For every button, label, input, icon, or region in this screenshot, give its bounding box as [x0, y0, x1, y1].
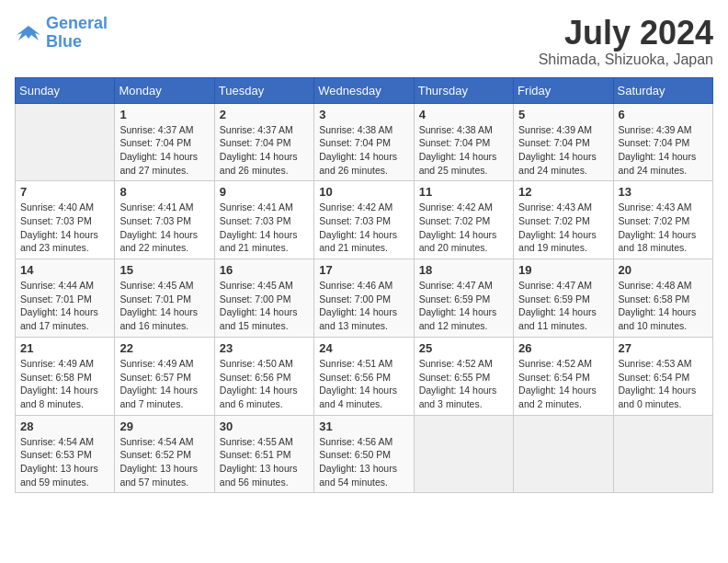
calendar-cell: 25Sunrise: 4:52 AMSunset: 6:55 PMDayligh…: [414, 337, 513, 415]
calendar-cell: 6Sunrise: 4:39 AMSunset: 7:04 PMDaylight…: [613, 103, 712, 181]
calendar-cell: 13Sunrise: 4:43 AMSunset: 7:02 PMDayligh…: [613, 181, 712, 259]
calendar-cell: 2Sunrise: 4:37 AMSunset: 7:04 PMDaylight…: [214, 103, 313, 181]
day-number: 29: [119, 419, 209, 433]
day-number: 12: [518, 185, 608, 199]
logo: General Blue: [15, 15, 108, 52]
calendar-cell: 19Sunrise: 4:47 AMSunset: 6:59 PMDayligh…: [514, 259, 613, 338]
logo-line2: Blue: [46, 32, 82, 51]
svg-marker-0: [17, 26, 40, 40]
weekday-header-wednesday: Wednesday: [314, 77, 414, 103]
calendar-cell: 5Sunrise: 4:39 AMSunset: 7:04 PMDaylight…: [514, 103, 613, 181]
day-info: Sunrise: 4:47 AMSunset: 6:59 PMDaylight:…: [518, 279, 608, 333]
week-row-3: 14Sunrise: 4:44 AMSunset: 7:01 PMDayligh…: [16, 259, 713, 338]
day-info: Sunrise: 4:45 AMSunset: 7:00 PMDaylight:…: [220, 279, 309, 333]
logo-text: General Blue: [46, 15, 108, 52]
day-info: Sunrise: 4:48 AMSunset: 6:58 PMDaylight:…: [619, 279, 708, 333]
month-title: July 2024: [539, 15, 713, 52]
logo-line1: General: [46, 14, 108, 32]
calendar-cell: 1Sunrise: 4:37 AMSunset: 7:04 PMDaylight…: [115, 103, 214, 181]
day-info: Sunrise: 4:51 AMSunset: 6:56 PMDaylight:…: [319, 357, 408, 411]
calendar-cell: 17Sunrise: 4:46 AMSunset: 7:00 PMDayligh…: [314, 259, 414, 338]
day-info: Sunrise: 4:53 AMSunset: 6:54 PMDaylight:…: [619, 357, 708, 411]
title-block: July 2024 Shimada, Shizuoka, Japan: [539, 15, 713, 68]
page-header: General Blue July 2024 Shimada, Shizuoka…: [15, 15, 713, 68]
day-info: Sunrise: 4:42 AMSunset: 7:03 PMDaylight:…: [319, 201, 408, 255]
day-info: Sunrise: 4:54 AMSunset: 6:52 PMDaylight:…: [119, 435, 209, 489]
day-number: 30: [220, 419, 309, 433]
day-number: 18: [419, 263, 508, 277]
weekday-header-tuesday: Tuesday: [214, 77, 313, 103]
calendar-cell: [613, 415, 712, 493]
day-info: Sunrise: 4:56 AMSunset: 6:50 PMDaylight:…: [319, 435, 408, 489]
day-number: 25: [419, 341, 508, 355]
day-number: 1: [119, 108, 209, 121]
weekday-header-friday: Friday: [514, 77, 613, 103]
day-number: 28: [20, 419, 109, 433]
day-info: Sunrise: 4:39 AMSunset: 7:04 PMDaylight:…: [619, 123, 708, 178]
day-info: Sunrise: 4:52 AMSunset: 6:54 PMDaylight:…: [518, 357, 608, 411]
day-number: 17: [319, 263, 408, 277]
calendar-cell: 26Sunrise: 4:52 AMSunset: 6:54 PMDayligh…: [514, 337, 613, 415]
day-info: Sunrise: 4:41 AMSunset: 7:03 PMDaylight:…: [220, 201, 309, 255]
day-info: Sunrise: 4:38 AMSunset: 7:04 PMDaylight:…: [319, 123, 408, 178]
weekday-header-monday: Monday: [115, 77, 214, 103]
day-info: Sunrise: 4:44 AMSunset: 7:01 PMDaylight:…: [20, 279, 109, 333]
day-info: Sunrise: 4:50 AMSunset: 6:56 PMDaylight:…: [220, 357, 309, 411]
calendar-cell: 3Sunrise: 4:38 AMSunset: 7:04 PMDaylight…: [314, 103, 414, 181]
day-number: 7: [20, 185, 109, 199]
calendar-cell: 23Sunrise: 4:50 AMSunset: 6:56 PMDayligh…: [214, 337, 313, 415]
day-number: 31: [319, 419, 408, 433]
day-info: Sunrise: 4:39 AMSunset: 7:04 PMDaylight:…: [518, 123, 608, 178]
calendar-cell: [16, 103, 115, 181]
calendar-cell: 18Sunrise: 4:47 AMSunset: 6:59 PMDayligh…: [414, 259, 513, 338]
day-info: Sunrise: 4:47 AMSunset: 6:59 PMDaylight:…: [419, 279, 508, 333]
day-info: Sunrise: 4:38 AMSunset: 7:04 PMDaylight:…: [419, 123, 508, 178]
day-info: Sunrise: 4:41 AMSunset: 7:03 PMDaylight:…: [119, 201, 209, 255]
week-row-1: 1Sunrise: 4:37 AMSunset: 7:04 PMDaylight…: [16, 103, 713, 181]
day-number: 20: [619, 263, 708, 277]
day-number: 10: [319, 185, 408, 199]
week-row-5: 28Sunrise: 4:54 AMSunset: 6:53 PMDayligh…: [16, 415, 713, 493]
day-info: Sunrise: 4:37 AMSunset: 7:04 PMDaylight:…: [220, 123, 309, 178]
calendar-table: SundayMondayTuesdayWednesdayThursdayFrid…: [15, 77, 713, 494]
day-number: 5: [518, 108, 608, 121]
weekday-header-sunday: Sunday: [16, 77, 115, 103]
day-info: Sunrise: 4:54 AMSunset: 6:53 PMDaylight:…: [20, 435, 109, 489]
day-info: Sunrise: 4:43 AMSunset: 7:02 PMDaylight:…: [518, 201, 608, 255]
day-info: Sunrise: 4:52 AMSunset: 6:55 PMDaylight:…: [419, 357, 508, 411]
calendar-cell: 7Sunrise: 4:40 AMSunset: 7:03 PMDaylight…: [16, 181, 115, 259]
calendar-cell: 16Sunrise: 4:45 AMSunset: 7:00 PMDayligh…: [214, 259, 313, 338]
calendar-cell: 21Sunrise: 4:49 AMSunset: 6:58 PMDayligh…: [16, 337, 115, 415]
day-number: 2: [220, 108, 309, 121]
day-number: 3: [319, 108, 408, 121]
day-number: 15: [119, 263, 209, 277]
calendar-cell: 29Sunrise: 4:54 AMSunset: 6:52 PMDayligh…: [115, 415, 214, 493]
calendar-cell: 11Sunrise: 4:42 AMSunset: 7:02 PMDayligh…: [414, 181, 513, 259]
day-number: 13: [619, 185, 708, 199]
calendar-cell: 20Sunrise: 4:48 AMSunset: 6:58 PMDayligh…: [613, 259, 712, 338]
calendar-cell: 8Sunrise: 4:41 AMSunset: 7:03 PMDaylight…: [115, 181, 214, 259]
day-number: 19: [518, 263, 608, 277]
day-info: Sunrise: 4:42 AMSunset: 7:02 PMDaylight:…: [419, 201, 508, 255]
calendar-body: 1Sunrise: 4:37 AMSunset: 7:04 PMDaylight…: [16, 103, 713, 493]
day-info: Sunrise: 4:46 AMSunset: 7:00 PMDaylight:…: [319, 279, 408, 333]
day-info: Sunrise: 4:43 AMSunset: 7:02 PMDaylight:…: [619, 201, 708, 255]
day-number: 8: [119, 185, 209, 199]
day-number: 23: [220, 341, 309, 355]
calendar-cell: 27Sunrise: 4:53 AMSunset: 6:54 PMDayligh…: [613, 337, 712, 415]
calendar-cell: 4Sunrise: 4:38 AMSunset: 7:04 PMDaylight…: [414, 103, 513, 181]
weekday-header-saturday: Saturday: [613, 77, 712, 103]
calendar-cell: 14Sunrise: 4:44 AMSunset: 7:01 PMDayligh…: [16, 259, 115, 338]
day-number: 27: [619, 341, 708, 355]
weekday-header-row: SundayMondayTuesdayWednesdayThursdayFrid…: [16, 77, 713, 103]
day-number: 6: [619, 108, 708, 121]
day-info: Sunrise: 4:49 AMSunset: 6:57 PMDaylight:…: [119, 357, 209, 411]
day-info: Sunrise: 4:37 AMSunset: 7:04 PMDaylight:…: [119, 123, 209, 178]
week-row-4: 21Sunrise: 4:49 AMSunset: 6:58 PMDayligh…: [16, 337, 713, 415]
day-number: 24: [319, 341, 408, 355]
calendar-cell: [514, 415, 613, 493]
day-number: 16: [220, 263, 309, 277]
calendar-cell: 15Sunrise: 4:45 AMSunset: 7:01 PMDayligh…: [115, 259, 214, 338]
day-number: 14: [20, 263, 109, 277]
day-number: 21: [20, 341, 109, 355]
